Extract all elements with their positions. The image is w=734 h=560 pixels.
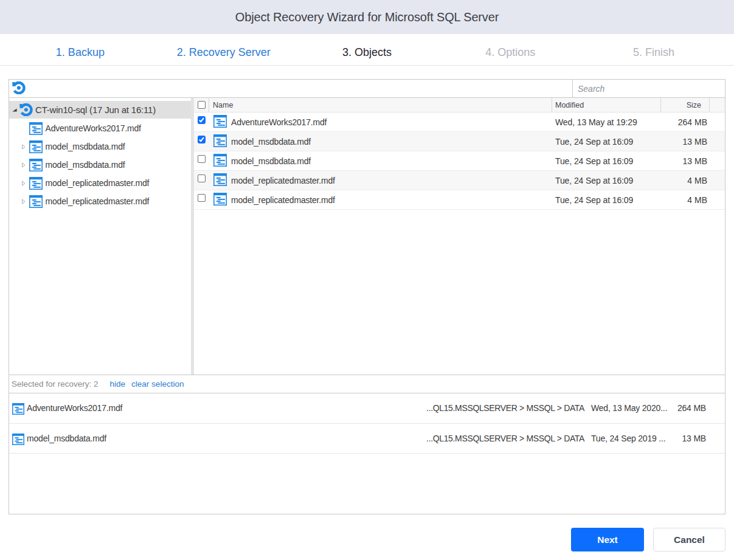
file-size: 13 MB xyxy=(660,137,707,147)
tree-item[interactable]: model_replicatedmaster.mdf xyxy=(9,192,191,210)
mdf-file-icon xyxy=(213,134,227,150)
selected-item-size: 13 MB xyxy=(642,434,706,443)
column-header-name[interactable]: Name xyxy=(213,101,233,109)
mdf-file-icon xyxy=(12,403,24,415)
row-checkbox[interactable] xyxy=(198,136,206,143)
checkmark-icon xyxy=(198,116,206,124)
caret-collapsed-icon[interactable] xyxy=(22,144,26,150)
step-finish: 5. Finish xyxy=(582,34,725,66)
mdf-file-icon xyxy=(29,140,43,153)
selected-item-path: ...QL15.MSSQLSERVER > MSSQL > DATA xyxy=(426,403,584,413)
search-box xyxy=(572,80,725,97)
mdf-file-icon xyxy=(213,134,227,147)
caret-expanded-icon[interactable] xyxy=(12,108,17,112)
mdf-file-icon xyxy=(12,434,24,448)
tree-item-label: model_replicatedmaster.mdf xyxy=(46,196,150,206)
row-checkbox[interactable] xyxy=(198,155,206,163)
selected-item-name: AdventureWorks2017.mdf xyxy=(27,403,122,413)
mdf-file-icon xyxy=(213,154,227,169)
footer: Next Cancel xyxy=(0,514,734,560)
file-size: 264 MB xyxy=(660,117,707,127)
caret-collapsed-icon[interactable] xyxy=(22,162,26,168)
column-header-modified[interactable]: Modified xyxy=(555,101,584,109)
restore-point-icon xyxy=(19,103,33,116)
file-name: model_replicatedmaster.mdf xyxy=(231,176,335,185)
selection-bar: Selected for recovery: 2 hide clear sele… xyxy=(9,375,725,393)
row-checkbox[interactable] xyxy=(198,175,206,182)
file-name: AdventureWorks2017.mdf xyxy=(231,117,327,127)
file-modified: Tue, 24 Sep at 16:09 xyxy=(555,156,633,166)
mdf-file-icon xyxy=(213,115,227,130)
select-all-checkbox[interactable] xyxy=(198,101,206,109)
step-backup[interactable]: 1. Backup xyxy=(9,34,152,66)
tree-item[interactable]: model_replicatedmaster.mdf xyxy=(9,174,191,192)
tree-item-label: model_replicatedmaster.mdf xyxy=(46,178,150,188)
next-button[interactable]: Next xyxy=(571,528,644,551)
file-row[interactable]: AdventureWorks2017.mdf Wed, 13 May at 19… xyxy=(194,112,725,132)
file-size: 4 MB xyxy=(660,176,707,185)
file-row[interactable]: model_msdbdata.mdf Tue, 24 Sep at 16:09 … xyxy=(194,151,725,171)
window-title-bar: Object Recovery Wizard for Microsoft SQL… xyxy=(0,0,734,34)
caret-collapsed-icon[interactable] xyxy=(22,162,26,168)
tree-item-label: AdventureWorks2017.mdf xyxy=(46,123,141,133)
hide-link[interactable]: hide xyxy=(110,379,126,389)
selected-item-name: model_msdbdata.mdf xyxy=(27,434,106,443)
file-list-header: Name Modified Size xyxy=(194,98,725,112)
tree-root-label: CT-win10-sql (17 Jun at 16:11) xyxy=(35,105,156,115)
mdf-file-icon xyxy=(213,173,227,188)
checkmark-icon xyxy=(198,136,206,143)
selected-item-row[interactable]: model_msdbdata.mdf ...QL15.MSSQLSERVER >… xyxy=(9,424,725,454)
file-name: model_replicatedmaster.mdf xyxy=(231,195,335,205)
row-checkbox[interactable] xyxy=(198,194,206,202)
mdf-file-icon xyxy=(29,195,43,208)
file-list: Name Modified Size AdventureWorks2017.md… xyxy=(194,98,725,375)
toolbar xyxy=(9,80,725,98)
step-recovery-server[interactable]: 2. Recovery Server xyxy=(152,34,296,66)
tree-item-label: model_msdbdata.mdf xyxy=(46,160,125,170)
clear-selection-link[interactable]: clear selection xyxy=(131,379,184,389)
mdf-file-icon xyxy=(213,193,227,208)
wizard-steps: 1. Backup 2. Recovery Server 3. Objects … xyxy=(9,34,725,66)
tree-item[interactable]: model_msdbdata.mdf xyxy=(9,137,191,156)
mdf-file-icon xyxy=(29,159,43,171)
mdf-file-icon xyxy=(213,115,227,128)
mdf-file-icon xyxy=(12,434,24,445)
caret-collapsed-icon[interactable] xyxy=(22,199,26,204)
mdf-file-icon xyxy=(29,177,43,190)
file-size: 13 MB xyxy=(660,156,707,166)
file-row[interactable]: model_replicatedmaster.mdf Tue, 24 Sep a… xyxy=(194,190,725,210)
selected-item-row[interactable]: AdventureWorks2017.mdf ...QL15.MSSQLSERV… xyxy=(9,393,725,424)
file-modified: Tue, 24 Sep at 16:09 xyxy=(555,137,633,147)
mdf-file-icon xyxy=(29,122,43,135)
tree-item-label: model_msdbdata.mdf xyxy=(46,142,125,151)
file-modified: Wed, 13 May at 19:29 xyxy=(555,117,637,127)
search-input[interactable] xyxy=(573,80,725,97)
tree-item[interactable]: model_msdbdata.mdf xyxy=(9,156,191,174)
caret-collapsed-icon[interactable] xyxy=(22,144,26,150)
backup-tree: CT-win10-sql (17 Jun at 16:11) Adventure… xyxy=(9,98,194,375)
column-header-size[interactable]: Size xyxy=(660,101,701,109)
selected-item-path: ...QL15.MSSQLSERVER > MSSQL > DATA xyxy=(426,434,584,443)
mdf-file-icon xyxy=(29,177,43,190)
caret-collapsed-icon[interactable] xyxy=(22,181,26,186)
selected-item-size: 264 MB xyxy=(642,403,706,413)
row-checkbox[interactable] xyxy=(198,116,206,124)
file-row[interactable]: model_replicatedmaster.mdf Tue, 24 Sep a… xyxy=(194,171,725,190)
refresh-button[interactable] xyxy=(12,81,26,95)
column-separator xyxy=(209,98,209,112)
step-objects: 3. Objects xyxy=(296,34,439,66)
restore-point-icon xyxy=(12,81,26,94)
main-panel: CT-win10-sql (17 Jun at 16:11) Adventure… xyxy=(9,79,725,514)
tree-item[interactable]: AdventureWorks2017.mdf xyxy=(9,119,191,137)
cancel-button[interactable]: Cancel xyxy=(653,528,725,551)
content-split: CT-win10-sql (17 Jun at 16:11) Adventure… xyxy=(9,98,725,375)
caret-collapsed-icon[interactable] xyxy=(22,199,26,204)
file-row[interactable]: model_msdbdata.mdf Tue, 24 Sep at 16:09 … xyxy=(194,132,725,151)
mdf-file-icon xyxy=(12,403,24,417)
caret-expanded-icon[interactable] xyxy=(12,108,17,112)
caret-collapsed-icon[interactable] xyxy=(22,181,26,186)
file-modified: Tue, 24 Sep at 16:09 xyxy=(555,195,633,205)
mdf-file-icon xyxy=(29,140,43,153)
tree-root[interactable]: CT-win10-sql (17 Jun at 16:11) xyxy=(9,101,191,119)
tree-children: AdventureWorks2017.mdf model_msdbdata.md… xyxy=(9,119,191,210)
